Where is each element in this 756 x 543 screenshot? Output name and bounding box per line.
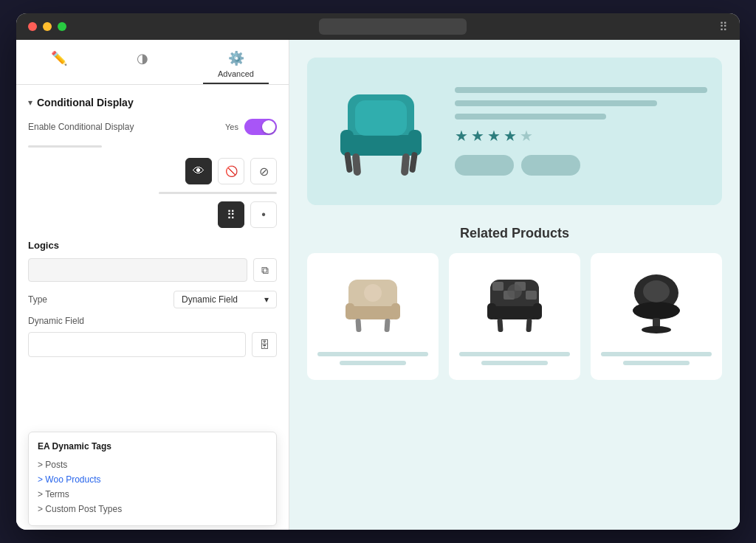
svg-rect-18 <box>487 303 496 319</box>
related-grid <box>307 253 722 380</box>
svg-point-31 <box>643 280 670 302</box>
svg-point-28 <box>633 302 680 319</box>
svg-rect-12 <box>391 303 400 319</box>
related-line-5 <box>601 352 712 356</box>
window-controls <box>28 22 66 31</box>
chair-illustration <box>329 80 433 183</box>
dropdown-item-woo[interactable]: > Woo Products <box>38 472 267 487</box>
grid-icon: ⠿ <box>719 20 728 34</box>
eye-icon: 👁 <box>193 165 205 178</box>
toggle-wrapper: Yes <box>225 119 277 135</box>
related-img-1 <box>317 263 428 345</box>
dropdown-item-terms[interactable]: > Terms <box>38 487 267 502</box>
panel-tabs: ✏️ ◑ ⚙️ Advanced <box>16 40 289 85</box>
svg-rect-3 <box>340 130 354 156</box>
grid-device-button[interactable]: ⠿ <box>218 201 244 228</box>
svg-rect-1 <box>344 135 418 156</box>
dot-device-button[interactable]: • <box>250 201 277 228</box>
related-card-2[interactable] <box>449 253 580 380</box>
show-icon-button[interactable]: 👁 <box>185 158 212 184</box>
product-btn-2[interactable] <box>521 155 580 176</box>
enable-toggle[interactable] <box>244 119 277 135</box>
related-img-3 <box>601 263 712 345</box>
no-icon-button[interactable]: ⊘ <box>250 158 277 184</box>
separator-line-1 <box>28 145 102 148</box>
dropdown-item-custom-post[interactable]: > Custom Post Types <box>38 502 267 516</box>
half-circle-icon: ◑ <box>137 50 148 66</box>
logics-input-row: ⧉ <box>28 258 277 282</box>
svg-rect-25 <box>526 319 532 332</box>
product-subtitle-line <box>455 100 657 106</box>
related-line-4 <box>481 361 548 365</box>
related-line-3 <box>459 352 570 356</box>
copy-button[interactable]: ⧉ <box>253 258 277 282</box>
svg-rect-24 <box>497 319 503 332</box>
url-bar[interactable] <box>319 18 467 35</box>
product-info: ★ ★ ★ ★ ★ <box>455 87 707 176</box>
left-panel: ✏️ ◑ ⚙️ Advanced ▾ Conditional Display <box>16 40 289 530</box>
star-2: ★ <box>471 127 484 145</box>
circle-slash-icon: ⊘ <box>259 165 269 179</box>
svg-rect-4 <box>408 130 422 156</box>
svg-rect-19 <box>533 303 542 319</box>
pencil-icon: ✏️ <box>51 50 67 66</box>
product-image <box>322 72 440 190</box>
tab-advanced-label: Advanced <box>218 69 254 78</box>
svg-rect-6 <box>401 153 410 176</box>
logics-input-field[interactable] <box>28 258 247 282</box>
database-icon-button[interactable]: 🗄 <box>252 332 277 357</box>
product-btn-1[interactable] <box>455 155 514 176</box>
dots-grid-icon: ⠿ <box>227 208 236 222</box>
dynamic-field-input[interactable] <box>28 332 246 357</box>
logics-label: Logics <box>28 240 277 251</box>
svg-point-26 <box>507 284 522 299</box>
gear-icon: ⚙️ <box>228 50 244 66</box>
related-chair-1 <box>340 271 406 337</box>
svg-rect-11 <box>346 303 354 319</box>
star-3: ★ <box>487 127 501 145</box>
panel-body: ▾ Conditional Display Enable Conditional… <box>16 85 289 530</box>
database-icon: 🗄 <box>259 339 269 350</box>
svg-rect-23 <box>526 291 537 300</box>
related-card-3[interactable] <box>591 253 722 380</box>
maximize-button[interactable] <box>58 22 66 31</box>
tab-advanced[interactable]: ⚙️ Advanced <box>203 46 269 84</box>
dropdown-group-title: EA Dynamic Tags <box>38 441 267 452</box>
star-1: ★ <box>455 127 468 145</box>
tab-style[interactable]: ✏️ <box>36 46 82 84</box>
svg-rect-13 <box>355 319 361 332</box>
svg-rect-17 <box>489 306 540 319</box>
dynamic-field-input-row: 🗄 <box>28 332 277 357</box>
svg-rect-5 <box>352 153 362 176</box>
collapse-arrow[interactable]: ▾ <box>28 97 32 108</box>
type-label: Type <box>28 294 47 305</box>
related-title: Related Products <box>307 226 722 241</box>
browser-titlebar: ⠿ <box>16 13 740 40</box>
related-line-2 <box>340 361 406 365</box>
svg-rect-20 <box>492 282 504 291</box>
product-title-line <box>455 87 707 93</box>
related-line-1 <box>317 352 428 356</box>
product-desc-line <box>455 114 606 120</box>
svg-point-30 <box>642 326 671 333</box>
related-chair-2 <box>481 271 548 337</box>
related-card-1[interactable] <box>307 253 439 380</box>
device-row: ⠿ • <box>28 201 277 228</box>
related-chair-3 <box>623 271 690 337</box>
enable-label: Enable Conditional Display <box>28 122 134 132</box>
dropdown-item-posts[interactable]: > Posts <box>38 457 267 472</box>
tab-responsive[interactable]: ◑ <box>122 46 163 84</box>
close-button[interactable] <box>28 22 37 31</box>
minimize-button[interactable] <box>43 22 52 31</box>
type-select[interactable]: Dynamic Field ▾ <box>173 291 277 308</box>
type-value: Dynamic Field <box>182 294 238 305</box>
visibility-icons-row: 👁 🚫 ⊘ <box>28 158 277 184</box>
section-header: ▾ Conditional Display <box>28 97 277 108</box>
svg-rect-14 <box>384 319 390 332</box>
svg-rect-10 <box>347 306 399 319</box>
product-btn-row <box>455 155 707 176</box>
copy-icon: ⧉ <box>261 264 269 277</box>
hide-icon-button[interactable]: 🚫 <box>218 158 244 184</box>
related-line-6 <box>623 361 690 365</box>
app-content: ✏️ ◑ ⚙️ Advanced ▾ Conditional Display <box>16 40 740 530</box>
